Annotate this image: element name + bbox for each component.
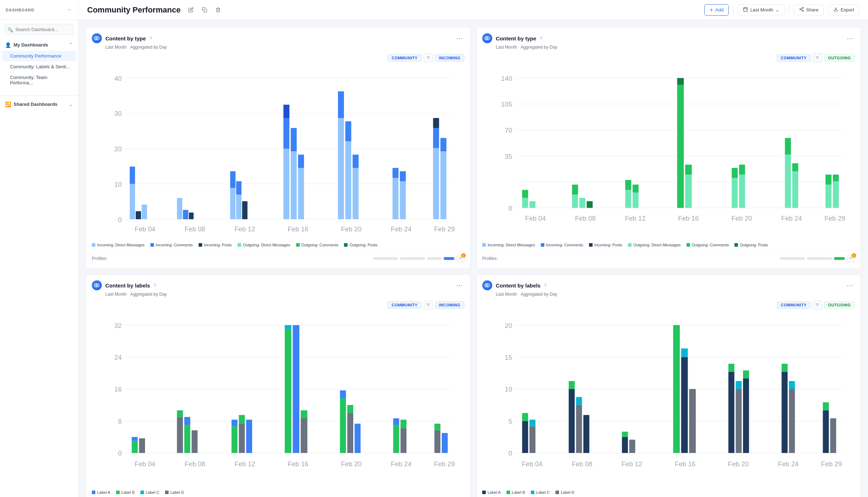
legend-label: Outgoing: Direct Messages	[243, 243, 290, 247]
add-button[interactable]: + Add	[704, 4, 729, 16]
card-menu-btn-3[interactable]: ⋯	[454, 280, 464, 290]
legend-label: Outgoing: Comments	[301, 243, 339, 247]
svg-rect-211	[728, 364, 734, 372]
svg-rect-27	[130, 184, 135, 219]
community-filter-4[interactable]: COMMUNITY	[777, 301, 810, 309]
card-title-wrap-3: Content by labels ?	[92, 280, 156, 290]
export-button[interactable]: Export	[828, 4, 859, 15]
share-button[interactable]: Share	[794, 4, 824, 15]
svg-rect-214	[743, 379, 749, 453]
my-dashboards-toggle[interactable]: 👤 My Dashboards ⌃	[0, 39, 78, 50]
svg-point-6	[799, 9, 801, 10]
svg-rect-218	[789, 389, 795, 453]
svg-rect-36	[236, 195, 241, 219]
svg-rect-110	[792, 163, 798, 171]
main-area: Community Performance + Add	[79, 0, 868, 497]
svg-rect-105	[739, 174, 745, 208]
svg-text:140: 140	[501, 75, 512, 82]
filter-settings-btn-2[interactable]	[813, 53, 822, 63]
legend-color	[507, 491, 510, 494]
svg-text:40: 40	[114, 75, 122, 82]
sidebar-item-community-performance[interactable]: Community Performance	[2, 51, 76, 61]
legend-label: Label C	[536, 490, 550, 494]
svg-rect-148	[191, 430, 198, 453]
community-filter-2[interactable]: COMMUNITY	[777, 54, 810, 61]
svg-rect-94	[587, 201, 593, 208]
sidebar-item-labels-senti[interactable]: Community: Labels & Senti...	[2, 61, 76, 72]
legend-item: Incoming: Direct Messages	[92, 243, 145, 247]
sidebar: DASHBOARD ← 🔍 👤 My Dashboards ⌃ Communit…	[0, 0, 79, 497]
date-range-label: Last Month	[750, 7, 773, 13]
profiles-bar-2: Profiles: 1	[482, 251, 855, 262]
svg-rect-96	[625, 180, 631, 190]
profiles-items-1: 1	[373, 255, 464, 262]
svg-rect-109	[792, 171, 798, 208]
card-help-icon-4: ?	[544, 283, 547, 288]
svg-text:Feb 20: Feb 20	[728, 460, 749, 468]
edit-button[interactable]	[186, 5, 196, 15]
person-icon: 👤	[5, 42, 11, 48]
community-filter-1[interactable]: COMMUNITY	[388, 54, 421, 61]
card-header-1: Content by type ? ⋯	[92, 33, 464, 43]
shared-dashboards-toggle[interactable]: 🔁 Shared Dashboards ⌄	[0, 99, 78, 110]
svg-text:Feb 24: Feb 24	[778, 460, 799, 468]
outgoing-filter-2[interactable]: OUTGOING	[824, 54, 855, 61]
svg-rect-28	[130, 167, 135, 184]
svg-rect-220	[823, 410, 829, 453]
svg-rect-32	[183, 210, 188, 219]
delete-button[interactable]	[213, 5, 224, 15]
incoming-filter-1[interactable]: INCOMING	[435, 54, 464, 61]
filter-settings-btn-4[interactable]	[813, 300, 822, 310]
filter-settings-btn-1[interactable]	[424, 53, 433, 63]
card-period-4: Last Month	[496, 292, 517, 297]
legend-color	[344, 243, 348, 247]
card-help-icon-1: ?	[149, 36, 152, 41]
profile-filter-btn-2[interactable]: 1	[847, 255, 855, 262]
svg-text:10: 10	[114, 181, 122, 188]
add-label: Add	[715, 7, 723, 13]
profile-pill	[427, 257, 442, 260]
svg-rect-60	[440, 138, 447, 151]
sidebar-item-team-performa[interactable]: Community: Team Performa...	[2, 72, 76, 88]
chevron-down-icon: ⌄	[69, 101, 73, 108]
legend-label: Label A	[488, 490, 501, 494]
svg-text:0: 0	[508, 450, 512, 457]
profiles-label-2: Profiles:	[482, 256, 498, 261]
svg-rect-0	[204, 9, 207, 12]
svg-text:24: 24	[114, 354, 122, 361]
profile-filter-btn-1[interactable]: 1	[457, 255, 464, 262]
outgoing-filter-4[interactable]: OUTGOING	[824, 301, 855, 309]
plus-icon: +	[710, 7, 713, 13]
legend-color	[555, 491, 559, 494]
svg-text:Feb 16: Feb 16	[288, 225, 308, 233]
card-agg-3: Aggregated by Day	[130, 292, 167, 297]
svg-text:Feb 08: Feb 08	[572, 460, 592, 468]
svg-rect-212	[736, 389, 742, 453]
svg-rect-93	[579, 198, 585, 208]
profiles-items-2: 1	[780, 255, 855, 262]
copy-button[interactable]	[199, 5, 210, 15]
svg-text:5: 5	[508, 418, 512, 425]
card-menu-btn-2[interactable]: ⋯	[845, 33, 855, 43]
card-menu-btn-1[interactable]: ⋯	[454, 33, 464, 43]
filter-settings-btn-3[interactable]	[424, 300, 433, 310]
svg-rect-213	[736, 381, 742, 389]
card-content-type-incoming: Content by type ? ⋯ Last Month Aggregate…	[86, 27, 470, 269]
card-menu-btn-4[interactable]: ⋯	[845, 280, 855, 290]
topbar-right: + Add Last Month ⌄ Share	[704, 4, 859, 16]
svg-text:10: 10	[505, 386, 512, 393]
incoming-filter-3[interactable]: INCOMING	[435, 301, 464, 309]
search-input[interactable]	[4, 24, 74, 35]
date-range-button[interactable]: Last Month ⌄	[738, 4, 784, 15]
legend-label: Outgoing: Posts	[740, 243, 768, 247]
chart-svg-3: Content by labels 32 24 16 8 0	[92, 312, 464, 485]
legend-item: Outgoing: Comments	[687, 243, 729, 247]
legend-label: Incoming: Comments	[546, 243, 583, 247]
legend-label: Label A	[97, 490, 110, 494]
svg-rect-88	[522, 198, 528, 208]
sidebar-back-icon[interactable]: ←	[67, 6, 73, 13]
svg-point-179	[487, 284, 490, 287]
sidebar-search-wrap: 🔍	[4, 24, 74, 35]
community-filter-3[interactable]: COMMUNITY	[388, 301, 421, 309]
svg-rect-90	[529, 201, 535, 208]
